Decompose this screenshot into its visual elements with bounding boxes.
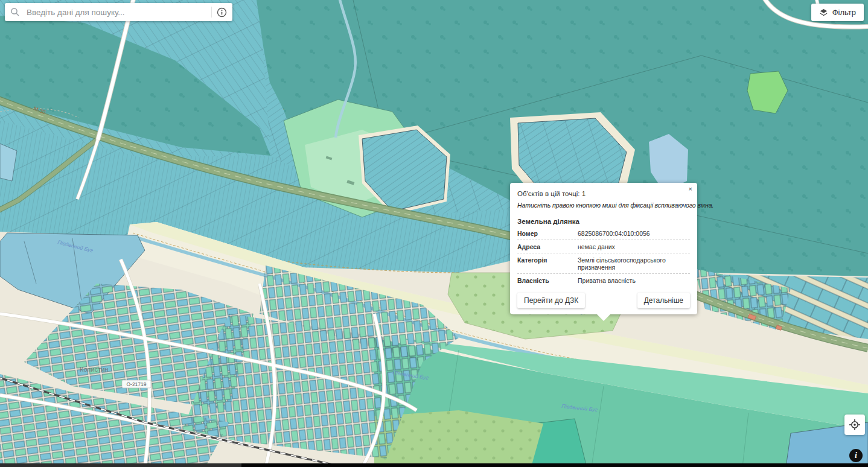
search-bar — [5, 3, 232, 21]
field-value: Землі сільськогосподарського призначення — [578, 256, 690, 271]
field-row-ownership: Власність Приватна власність — [517, 274, 690, 287]
road-ref-badge: О-21719 — [122, 380, 151, 388]
field-row-category: Категорія Землі сільськогосподарського п… — [517, 253, 690, 274]
svg-text:О-21719: О-21719 — [126, 381, 146, 387]
objects-count-line: Об'єктів в цій точці: 1 — [517, 190, 690, 197]
layers-icon — [819, 8, 828, 17]
popup-pointer-arrow — [596, 314, 611, 321]
field-row-address: Адреса немає даних — [517, 240, 690, 253]
filter-button-label: Фільтр — [832, 8, 856, 17]
details-button[interactable]: Детальніше — [637, 293, 690, 308]
attribution-info-icon[interactable]: i — [849, 449, 863, 462]
info-icon[interactable] — [217, 7, 227, 17]
parcel-info-popup: × Об'єктів в цій точці: 1 Натисніть прав… — [510, 183, 697, 314]
search-icon — [10, 7, 20, 17]
close-icon[interactable]: × — [689, 186, 692, 192]
locate-button[interactable] — [844, 415, 865, 435]
field-label: Власність — [517, 277, 578, 284]
bottom-bar-left-segment — [0, 463, 241, 467]
field-value: Приватна власність — [578, 277, 690, 284]
field-row-number: Номер 6825086700:04:010:0056 — [517, 227, 690, 240]
popup-actions: Перейти до ДЗК Детальніше — [517, 293, 690, 308]
field-label: Адреса — [517, 243, 578, 250]
crosshair-icon — [849, 419, 861, 431]
filter-button[interactable]: Фільтр — [811, 4, 864, 21]
popup-section-title: Земельна ділянка — [517, 218, 690, 225]
popup-hint: Натисніть правою кнопкою миші для фіксац… — [517, 202, 690, 209]
search-input[interactable] — [25, 7, 209, 17]
settlement-label: Копистин — [80, 366, 108, 373]
search-divider — [211, 7, 212, 17]
field-label: Номер — [517, 230, 578, 237]
field-value: немає даних — [578, 243, 690, 250]
go-to-dzk-button[interactable]: Перейти до ДЗК — [517, 293, 585, 308]
bottom-bar — [0, 463, 868, 467]
field-value: 6825086700:04:010:0056 — [578, 230, 690, 237]
field-label: Категорія — [517, 256, 578, 264]
map-canvas[interactable]: Південний Буг Південний Буг Південний Бу… — [0, 0, 868, 467]
